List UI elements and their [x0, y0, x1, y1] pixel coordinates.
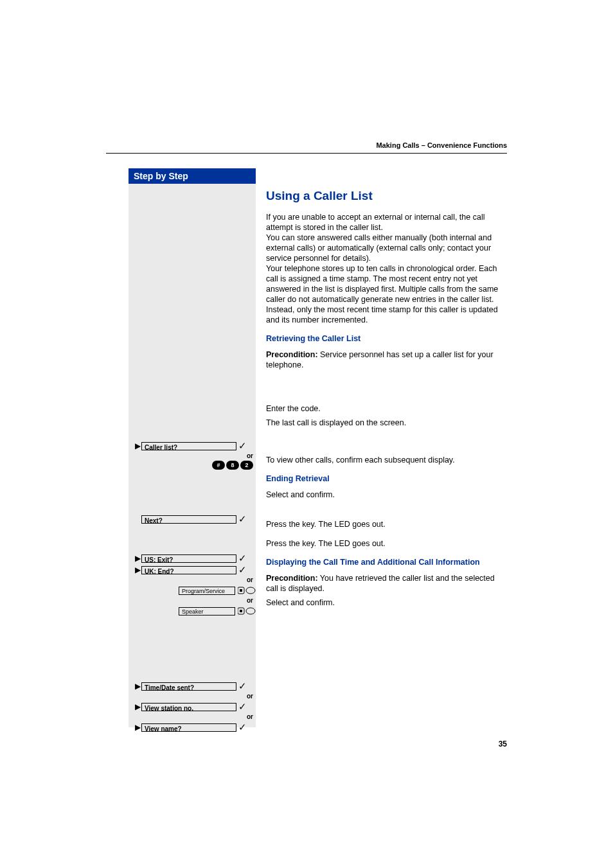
prompt-us-exit: ▶ US: Exit? ✓: [134, 553, 256, 564]
body-text: Enter the code.: [266, 403, 505, 414]
key-led-icon: [238, 587, 256, 594]
right-arrow-icon: ▶: [134, 554, 141, 562]
hash-key-icon: #: [212, 461, 225, 470]
body-text: Press the key. The LED goes out.: [266, 538, 505, 549]
prompt-view-name: ▶ View name? ✓: [134, 722, 256, 733]
display-box: Time/Date sent?: [141, 682, 236, 691]
key-program-service: Program/Service: [134, 585, 256, 596]
body-text: You can store answered calls either manu…: [266, 233, 505, 263]
svg-point-5: [246, 608, 255, 614]
check-icon: ✓: [236, 515, 248, 524]
prompt-next: ▶ Next? ✓: [134, 513, 256, 525]
precondition-text: Precondition: Service personnel has set …: [266, 350, 505, 370]
display-box: View station no.: [141, 703, 236, 711]
check-icon: ✓: [236, 554, 248, 563]
prompt-caller-list: ▶ Caller list? ✓: [134, 440, 256, 452]
check-icon: ✓: [236, 702, 248, 711]
body-text: Select and confirm.: [266, 598, 505, 608]
body-text: The last call is displayed on the screen…: [266, 418, 505, 428]
body-text: If you are unable to accept an external …: [266, 212, 505, 233]
body-text: To view other calls, confirm each subseq…: [266, 455, 505, 465]
or-label: or: [134, 452, 256, 461]
right-arrow-icon: ▶: [134, 723, 141, 731]
step-by-step-sidebar: Step by Step ▶ Caller list? ✓ or # 8 2: [129, 168, 256, 727]
prompt-view-station: ▶ View station no. ✓: [134, 701, 256, 713]
precondition-text: Precondition: You have retrieved the cal…: [266, 573, 505, 594]
check-icon: ✓: [236, 723, 248, 732]
svg-rect-1: [240, 589, 242, 592]
body-text: Select and confirm.: [266, 490, 505, 500]
or-label: or: [134, 596, 256, 605]
check-icon: ✓: [236, 682, 248, 691]
sub-heading: Ending Retrieval: [266, 474, 505, 483]
prompt-uk-end: ▶ UK: End? ✓: [134, 564, 256, 576]
key-led-icon: [238, 607, 256, 615]
digit-2-key-icon: 2: [240, 461, 253, 470]
sidebar-title: Step by Step: [129, 168, 256, 184]
right-arrow-icon: ▶: [134, 442, 141, 450]
running-header: Making Calls – Convenience Functions: [106, 141, 507, 149]
or-label: or: [134, 576, 256, 585]
right-arrow-icon: ▶: [134, 566, 141, 574]
svg-rect-4: [240, 610, 242, 612]
right-arrow-icon: ▶: [134, 682, 141, 690]
check-icon: ✓: [236, 441, 248, 450]
body-text: Your telephone stores up to ten calls in…: [266, 263, 505, 325]
prompt-time-date: ▶ Time/Date sent? ✓: [134, 680, 256, 692]
display-box: Caller list?: [141, 442, 236, 450]
page-number: 35: [499, 740, 507, 748]
precondition-label: Precondition:: [266, 574, 318, 583]
display-box: View name?: [141, 723, 236, 732]
check-icon: ✓: [236, 565, 248, 574]
right-arrow-icon: ▶: [134, 703, 141, 711]
main-content: Using a Caller List If you are unable to…: [266, 168, 505, 612]
display-box: UK: End?: [141, 566, 236, 574]
or-label: or: [134, 713, 256, 722]
svg-point-2: [246, 587, 255, 594]
key-speaker: Speaker: [134, 605, 256, 617]
digit-8-key-icon: 8: [226, 461, 239, 470]
section-heading: Using a Caller List: [266, 189, 505, 203]
precondition-label: Precondition:: [266, 350, 318, 359]
header-rule: [106, 153, 507, 154]
body-text: Press the key. The LED goes out.: [266, 519, 505, 529]
sub-heading: Retrieving the Caller List: [266, 334, 505, 343]
or-label: or: [134, 692, 256, 701]
key-label-box: Program/Service: [179, 587, 235, 595]
key-code-row: # 8 2: [134, 461, 256, 470]
key-label-box: Speaker: [179, 607, 235, 616]
sub-heading: Displaying the Call Time and Additional …: [266, 558, 505, 567]
display-box: US: Exit?: [141, 554, 236, 563]
display-box: Next?: [141, 515, 236, 524]
